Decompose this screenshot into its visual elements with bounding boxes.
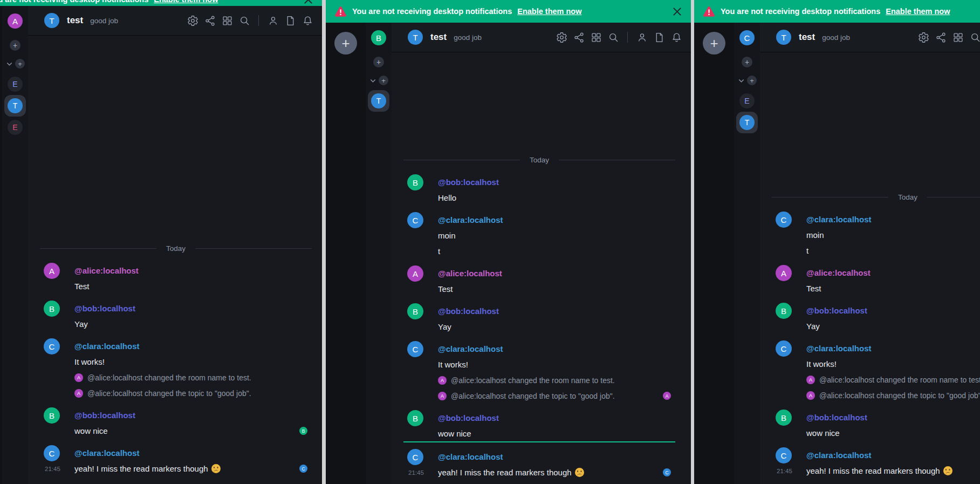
state-event-text: @alice:localhost changed the room name t…	[451, 376, 615, 385]
add-to-category-button[interactable]: +	[747, 76, 757, 85]
chevron-down-icon[interactable]	[737, 77, 745, 85]
sender-avatar[interactable]: A	[44, 263, 60, 279]
sender-avatar[interactable]: A	[407, 265, 423, 282]
close-icon[interactable]	[672, 6, 682, 17]
banner-enable-link[interactable]: Enable them now	[517, 7, 581, 16]
message-group: C@clara:localhostmoint	[772, 212, 980, 258]
message-text: Test	[74, 282, 90, 291]
message-text: Yay	[74, 319, 88, 329]
share-icon[interactable]	[935, 31, 947, 43]
room-avatar[interactable]: T	[44, 13, 59, 28]
add-room-button[interactable]: +	[10, 40, 20, 51]
sender-avatar[interactable]: B	[407, 303, 423, 319]
sender-avatar[interactable]: B	[44, 407, 60, 424]
sender-avatar[interactable]: C	[44, 445, 60, 461]
chevron-down-icon[interactable]	[369, 77, 377, 85]
settings-icon[interactable]	[187, 15, 198, 26]
sender-name[interactable]: @clara:localhost	[438, 215, 503, 224]
sender-name[interactable]: @alice:localhost	[806, 268, 871, 277]
sidebar-room-t-selected[interactable]: T	[369, 92, 388, 110]
widgets-icon[interactable]	[952, 31, 964, 43]
message-row: t	[438, 243, 675, 259]
sender-avatar[interactable]: C	[776, 340, 792, 357]
sender-avatar[interactable]: B	[776, 303, 792, 319]
sender-name[interactable]: @clara:localhost	[806, 451, 872, 460]
banner-enable-link[interactable]: Enable them now	[154, 0, 218, 4]
notification-banner: You are not receiving desktop notificati…	[0, 0, 322, 6]
sidebar-room-e[interactable]: E	[6, 118, 24, 137]
sender-name[interactable]: @alice:localhost	[74, 266, 139, 275]
read-receipt-clara: C	[299, 465, 307, 473]
sender-name[interactable]: @clara:localhost	[806, 344, 872, 353]
sender-avatar[interactable]: C	[776, 212, 792, 228]
message-timestamp: 21:45	[777, 468, 801, 474]
sidebar-room-e[interactable]: E	[738, 92, 756, 110]
header-divider	[627, 32, 628, 43]
add-to-category-button[interactable]: +	[379, 76, 388, 85]
file-icon[interactable]	[284, 15, 296, 26]
sidebar-room-t-selected[interactable]: T	[6, 97, 24, 115]
message-row: Yay	[806, 318, 980, 334]
settings-icon[interactable]	[917, 31, 929, 43]
sender-avatar[interactable]: C	[407, 212, 423, 228]
sender-name[interactable]: @alice:localhost	[438, 269, 502, 278]
sender-name[interactable]: @clara:localhost	[438, 452, 503, 461]
notifications-icon[interactable]	[670, 31, 682, 43]
sender-avatar[interactable]: B	[407, 410, 423, 426]
share-icon[interactable]	[204, 15, 216, 26]
sender-avatar[interactable]: C	[407, 341, 423, 357]
user-avatar-clara[interactable]: C	[739, 30, 755, 45]
widgets-icon[interactable]	[221, 15, 233, 26]
sender-name[interactable]: @clara:localhost	[74, 342, 140, 351]
sender-avatar[interactable]: B	[776, 410, 792, 426]
sender-name[interactable]: @bob:localhost	[438, 178, 499, 187]
sender-name[interactable]: @clara:localhost	[806, 215, 872, 224]
search-icon[interactable]	[238, 15, 250, 26]
banner-enable-link[interactable]: Enable them now	[886, 7, 950, 16]
message-group: C@clara:localhost21:45yeah! I miss the r…	[403, 449, 675, 480]
sender-avatar[interactable]: B	[44, 301, 60, 317]
people-icon[interactable]	[267, 15, 279, 26]
sender-name[interactable]: @clara:localhost	[438, 344, 503, 353]
sender-name[interactable]: @bob:localhost	[438, 306, 499, 316]
room-list: T	[369, 92, 388, 110]
sender-avatar[interactable]: B	[407, 174, 423, 190]
create-space-button[interactable]: +	[703, 32, 725, 54]
notification-banner: You are not receiving desktop notificati…	[694, 0, 980, 23]
people-icon[interactable]	[636, 31, 648, 43]
share-icon[interactable]	[573, 31, 585, 43]
sender-avatar[interactable]: C	[44, 338, 60, 355]
add-to-category-button[interactable]: +	[15, 59, 25, 69]
message-row: Test	[438, 281, 675, 297]
desktop: You are not receiving desktop notificati…	[0, 0, 980, 484]
sender-avatar[interactable]: A	[776, 265, 792, 281]
settings-icon[interactable]	[556, 31, 567, 43]
sidebar-room-t-selected[interactable]: T	[738, 113, 756, 132]
day-divider-label: Today	[166, 244, 186, 253]
sender-name[interactable]: @bob:localhost	[806, 413, 867, 422]
sender-name[interactable]: @bob:localhost	[438, 413, 499, 422]
create-space-button[interactable]: +	[334, 32, 357, 54]
widgets-icon[interactable]	[590, 31, 602, 43]
state-event-text: @alice:localhost changed the topic to "g…	[451, 392, 615, 400]
search-icon[interactable]	[969, 31, 980, 43]
close-icon[interactable]	[303, 0, 313, 5]
sender-name[interactable]: @bob:localhost	[74, 304, 135, 313]
notifications-icon[interactable]	[301, 15, 313, 26]
add-room-button[interactable]: +	[742, 57, 752, 67]
user-avatar-alice[interactable]: A	[8, 13, 23, 29]
room-avatar[interactable]: T	[408, 30, 423, 45]
chevron-down-icon[interactable]	[5, 60, 13, 68]
sidebar-room-e[interactable]: E	[6, 75, 24, 93]
add-room-button[interactable]: +	[373, 57, 384, 67]
sender-name[interactable]: @clara:localhost	[74, 448, 140, 458]
user-avatar-bob[interactable]: B	[371, 30, 386, 45]
state-event-text: @alice:localhost changed the room name t…	[819, 376, 980, 384]
search-icon[interactable]	[607, 31, 619, 43]
room-avatar[interactable]: T	[776, 30, 791, 45]
sender-avatar[interactable]: C	[776, 447, 792, 463]
file-icon[interactable]	[653, 31, 665, 43]
sender-name[interactable]: @bob:localhost	[74, 411, 135, 420]
sender-name[interactable]: @bob:localhost	[806, 306, 867, 315]
sender-avatar[interactable]: C	[407, 449, 423, 465]
